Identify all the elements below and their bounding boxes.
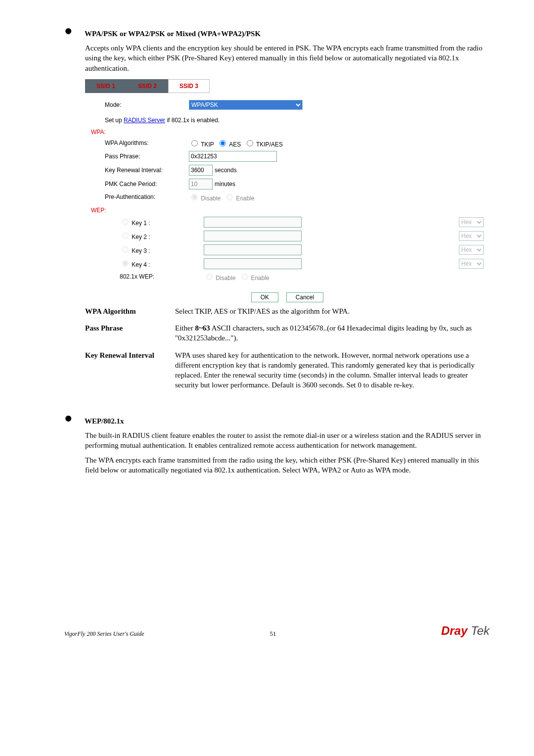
- key2-input: [204, 231, 302, 241]
- pmk-label: PMK Cache Period:: [105, 181, 189, 188]
- settings-screenshot: SSID 1 SSID 2 SSID 3 Mode: WPA/PSK Set u…: [85, 79, 490, 302]
- key4-hex: Hex: [459, 259, 484, 269]
- def-pass-term: Pass Phrase: [85, 323, 169, 343]
- algo-aes[interactable]: AES: [217, 139, 241, 148]
- preauth-disable: Disable: [189, 192, 221, 202]
- section1-title: WPA/PSK or WPA2/PSK or Mixed (WPA+WPA2)/…: [85, 30, 261, 38]
- key1-label: Key 1 :: [105, 217, 204, 227]
- ssid-tabbar: SSID 1 SSID 2 SSID 3: [85, 79, 490, 93]
- definitions: WPA Algorithm Select TKIP, AES or TKIP/A…: [85, 306, 490, 390]
- key1-hex: Hex: [459, 217, 484, 227]
- tab-ssid2[interactable]: SSID 2: [127, 79, 168, 93]
- footer-guide: VigorFly 200 Series User's Guide: [64, 630, 144, 638]
- key2-hex: Hex: [459, 231, 484, 241]
- ok-button[interactable]: OK: [251, 292, 278, 302]
- section2-heading: ● WEP/802.1x: [64, 417, 490, 425]
- algo-tkip[interactable]: TKIP: [189, 139, 214, 148]
- section2-paragraph1: The built-in RADIUS client feature enabl…: [85, 430, 490, 451]
- section1-paragraph: Accepts only WPA clients and the encrypt…: [85, 43, 490, 73]
- algo-tkipaes[interactable]: TKIP/AES: [244, 139, 283, 148]
- brand-logo: Dray Tek: [441, 624, 490, 638]
- key3-input: [204, 244, 302, 255]
- wep-section-label: WEP:: [91, 207, 484, 214]
- key-renew-label: Key Renewal Interval:: [105, 167, 189, 174]
- tab-ssid1[interactable]: SSID 1: [85, 79, 127, 93]
- footer-page: 51: [269, 630, 276, 638]
- radius-server-link[interactable]: RADIUS Server: [124, 117, 165, 124]
- key3-label: Key 3 :: [105, 245, 204, 254]
- def-pass-text: Either 8~63 ASCII characters, such as 01…: [175, 323, 490, 343]
- def-wpa-algo-text: Select TKIP, AES or TKIP/AES as the algo…: [175, 306, 490, 316]
- section1-heading: ● WPA/PSK or WPA2/PSK or Mixed (WPA+WPA2…: [64, 30, 490, 38]
- def-key-renew-text: WPA uses shared key for authentication t…: [175, 350, 490, 390]
- key2-label: Key 2 :: [105, 231, 204, 240]
- pass-phrase-input[interactable]: [189, 151, 277, 162]
- radius-note: Set up RADIUS Server if 802.1x is enable…: [105, 117, 220, 124]
- wep8021x-label: 802.1x WEP:: [105, 273, 204, 280]
- wpa-section-label: WPA:: [91, 129, 484, 136]
- mode-label: Mode:: [105, 101, 189, 108]
- key4-input: [204, 258, 302, 269]
- key-renew-input[interactable]: [189, 165, 213, 176]
- section2-title: WEP/802.1x: [85, 417, 124, 425]
- mode-select[interactable]: WPA/PSK: [189, 100, 303, 110]
- key-renew-unit: seconds: [215, 167, 237, 174]
- tab-ssid3[interactable]: SSID 3: [168, 79, 210, 93]
- def-wpa-algo-term: WPA Algorithm: [85, 306, 169, 316]
- cancel-button[interactable]: Cancel: [286, 292, 323, 302]
- key4-label: Key 4 :: [105, 259, 204, 268]
- pass-label: Pass Phrase:: [105, 153, 189, 160]
- page-footer: VigorFly 200 Series User's Guide 51 Dray…: [64, 624, 490, 638]
- wpa-algo-label: WPA Algorithms:: [105, 140, 189, 146]
- wep8021x-enable: Enable: [239, 272, 269, 282]
- section2-paragraph2: The WPA encrypts each frame transmitted …: [85, 455, 490, 475]
- wep8021x-disable: Disable: [204, 272, 235, 282]
- pmk-input: [189, 179, 213, 189]
- form-area: Mode: WPA/PSK Set up RADIUS Server if 80…: [85, 93, 490, 287]
- preauth-enable: Enable: [224, 192, 255, 202]
- preauth-label: Pre-Authentication:: [105, 193, 189, 200]
- key1-input: [204, 217, 302, 228]
- def-key-renew-term: Key Renewal Interval: [85, 350, 169, 390]
- key3-hex: Hex: [459, 245, 484, 255]
- pmk-unit: minutes: [215, 181, 235, 188]
